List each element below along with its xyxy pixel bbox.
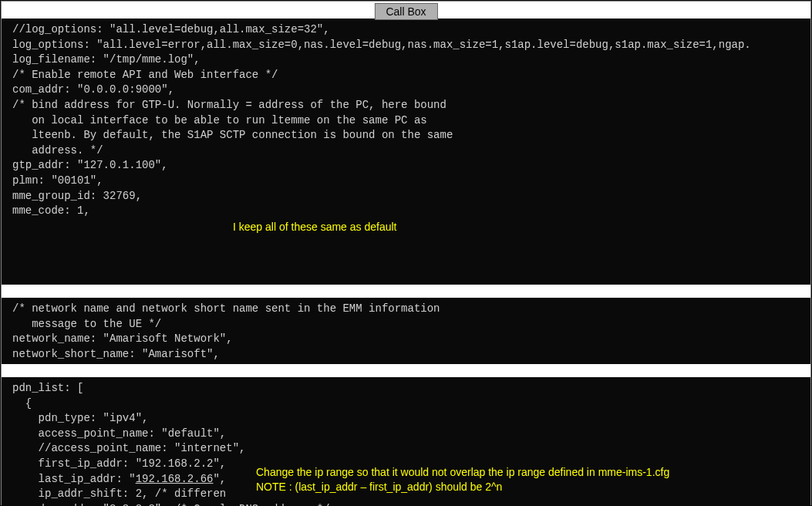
- code-line: log_options: "all.level=error,all.max_si…: [12, 38, 800, 53]
- config-code-block-1: //log_options: "all.level=debug,all.max_…: [2, 19, 810, 285]
- code-line: //access_point_name: "internet",: [12, 441, 800, 457]
- annotation-note-ip-range: NOTE : (last_ip_addr – first_ip_addr) sh…: [256, 480, 502, 495]
- code-line: /* network name and network short name s…: [12, 302, 800, 317]
- code-line: /* Enable remote API and Web interface *…: [12, 68, 800, 83]
- code-line: access_point_name: "default",: [12, 427, 800, 442]
- code-line: pdn_list: [: [12, 381, 800, 396]
- call-box-button[interactable]: Call Box: [374, 3, 437, 20]
- code-line: gtp_addr: "127.0.1.100",: [12, 158, 800, 174]
- annotation-keep-default: I keep all of these same as default: [233, 220, 396, 235]
- code-line: on local interface to be able to run lte…: [12, 113, 800, 129]
- code-line: com_addr: "0.0.0.0:9000",: [12, 83, 800, 98]
- code-line: /* bind address for GTP-U. Normally = ad…: [12, 98, 800, 113]
- code-line: dns_addr: "8.8.8.8", /* Google DNS addre…: [12, 502, 800, 506]
- annotation-change-ip-range: Change the ip range so that it would not…: [256, 465, 669, 481]
- code-line: mme_code: 1,: [12, 204, 800, 219]
- code-line: {: [12, 396, 800, 412]
- highlighted-ip-value: 192.168.2.66: [136, 473, 214, 485]
- code-line: mme_group_id: 32769,: [12, 189, 800, 204]
- code-line: pdn_type: "ipv4",: [12, 411, 800, 427]
- config-code-block-2: /* network name and network short name s…: [2, 298, 810, 364]
- code-line: network_short_name: "Amarisoft",: [12, 347, 800, 363]
- code-line: log_filename: "/tmp/mme.log",: [12, 52, 800, 68]
- code-line: plmn: "00101",: [12, 174, 800, 189]
- code-line: //log_options: "all.level=debug,all.max_…: [12, 22, 800, 38]
- code-line: address. */: [12, 143, 800, 159]
- code-line: network_name: "Amarisoft Network",: [12, 332, 800, 347]
- separator-white-strip-2: [2, 364, 810, 377]
- code-line: lteenb. By default, the S1AP SCTP connec…: [12, 128, 800, 143]
- code-line: message to the UE */: [12, 317, 800, 332]
- config-code-block-3: pdn_list: [ { pdn_type: "ipv4", access_p…: [2, 377, 810, 506]
- separator-white-strip-1: [2, 285, 810, 298]
